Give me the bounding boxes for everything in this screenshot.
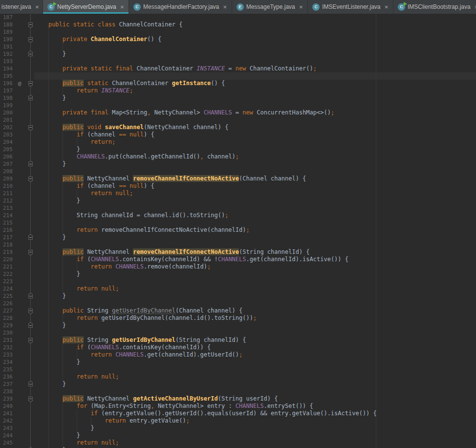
code-line[interactable]: 241 if (entry.getValue().getUserId().equ…: [0, 410, 476, 417]
code-line[interactable]: 210 if (channel == null) {: [0, 182, 476, 190]
code-line[interactable]: 222 }: [0, 270, 476, 278]
code-text[interactable]: public String getUserIdByChannel(String …: [34, 336, 476, 344]
close-tab-icon[interactable]: ✕: [385, 4, 389, 10]
code-line[interactable]: 227 public String getUserIdByChannel(Cha…: [0, 307, 476, 314]
code-text[interactable]: }: [34, 234, 476, 241]
code-line[interactable]: 213: [0, 204, 476, 212]
code-line[interactable]: 240 for (Map.Entry<String, NettyChannel>…: [0, 403, 476, 410]
code-line[interactable]: 223: [0, 278, 476, 285]
code-line[interactable]: 230: [0, 329, 476, 336]
code-text[interactable]: [34, 102, 476, 109]
code-text[interactable]: }: [34, 270, 476, 278]
code-line[interactable]: 231 public String getUserIdByChannel(Str…: [0, 336, 476, 344]
code-line[interactable]: 244 }: [0, 432, 476, 439]
code-text[interactable]: [34, 116, 476, 124]
fold-end-marker[interactable]: [28, 162, 33, 166]
code-line[interactable]: 203 if (channel == null) {: [0, 131, 476, 138]
fold-start-marker[interactable]: [28, 177, 33, 181]
code-text[interactable]: public NettyChannel removeChannelIfConne…: [34, 175, 476, 182]
code-editor[interactable]: 187188 public static class ChannelContai…: [0, 14, 476, 448]
code-line[interactable]: 208: [0, 168, 476, 175]
code-text[interactable]: public NettyChannel getActiveChannelByUs…: [34, 395, 476, 403]
code-line[interactable]: 187: [0, 14, 476, 21]
code-text[interactable]: [34, 241, 476, 248]
code-text[interactable]: public void saveChannel(NettyChannel cha…: [34, 124, 476, 131]
code-line[interactable]: 221 return CHANNELS.remove(channelId);: [0, 263, 476, 270]
close-tab-icon[interactable]: ✕: [120, 4, 124, 10]
code-line[interactable]: 204 return;: [0, 138, 476, 146]
fold-end-marker[interactable]: [28, 382, 33, 386]
code-text[interactable]: public String getUserIdByChannel(Channel…: [34, 307, 476, 314]
code-line[interactable]: 214 String channelId = channel.id().toSt…: [0, 212, 476, 219]
code-text[interactable]: return CHANNELS.remove(channelId);: [34, 263, 476, 270]
code-line[interactable]: 209 public NettyChannel removeChannelIfC…: [0, 175, 476, 182]
code-text[interactable]: return null;: [34, 190, 476, 197]
code-line[interactable]: 200 private final Map<String, NettyChann…: [0, 109, 476, 116]
code-line[interactable]: 234 }: [0, 358, 476, 366]
code-text[interactable]: private final Map<String, NettyChannel> …: [34, 109, 476, 116]
code-text[interactable]: }: [34, 197, 476, 204]
code-text[interactable]: [34, 204, 476, 212]
code-text[interactable]: if (CHANNELS.containsKey(channelId) && !…: [34, 256, 476, 263]
code-line[interactable]: 206 CHANNELS.put(channel.getChannelId(),…: [0, 153, 476, 160]
code-line[interactable]: 217 }: [0, 234, 476, 241]
code-text[interactable]: }: [34, 381, 476, 388]
code-text[interactable]: return;: [34, 138, 476, 146]
fold-end-marker[interactable]: [28, 323, 33, 328]
fold-start-marker[interactable]: [28, 397, 33, 401]
code-text[interactable]: }: [34, 432, 476, 439]
code-line[interactable]: 238: [0, 388, 476, 395]
code-text[interactable]: private ChannelContainer() {: [34, 36, 476, 43]
close-tab-icon[interactable]: ✕: [35, 4, 39, 10]
code-text[interactable]: if (CHANNELS.containsKey(channelId)) {: [34, 344, 476, 351]
code-text[interactable]: [34, 219, 476, 226]
code-line[interactable]: 202 public void saveChannel(NettyChannel…: [0, 124, 476, 131]
tab-messagetype-java[interactable]: EMessageType.java✕: [232, 0, 308, 14]
fold-start-marker[interactable]: [28, 125, 33, 130]
code-text[interactable]: return removeChannelIfConnectNoActive(ch…: [34, 226, 476, 234]
fold-start-marker[interactable]: [28, 22, 33, 27]
code-line[interactable]: 232 if (CHANNELS.containsKey(channelId))…: [0, 344, 476, 351]
code-line[interactable]: 190 private ChannelContainer() {: [0, 36, 476, 43]
code-line[interactable]: 218: [0, 241, 476, 248]
code-line[interactable]: 197 return INSTANCE;: [0, 87, 476, 94]
code-line[interactable]: 220 if (CHANNELS.containsKey(channelId) …: [0, 256, 476, 263]
tab-messagehandlerfactory-java[interactable]: CMessageHandlerFactory.java✕: [129, 0, 232, 14]
fold-start-marker[interactable]: [28, 37, 33, 42]
code-line[interactable]: 237 }: [0, 381, 476, 388]
code-line[interactable]: 192 }: [0, 50, 476, 58]
code-text[interactable]: String channelId = channel.id().toString…: [34, 212, 476, 219]
tab-nettyserverdemo-java[interactable]: CNettyServerDemo.java✕: [43, 0, 129, 14]
code-line[interactable]: 219 public NettyChannel removeChannelIfC…: [0, 248, 476, 256]
code-line[interactable]: 207 }: [0, 160, 476, 168]
code-text[interactable]: [34, 278, 476, 285]
tab-istener-java[interactable]: istener.java✕: [0, 0, 43, 14]
code-text[interactable]: return CHANNELS.get(channelId).getUserId…: [34, 351, 476, 358]
code-line[interactable]: 226: [0, 300, 476, 307]
fold-end-marker[interactable]: [28, 235, 33, 240]
code-line[interactable]: 243 }: [0, 425, 476, 432]
code-line[interactable]: 188 public static class ChannelContainer…: [0, 21, 476, 28]
code-text[interactable]: [34, 14, 476, 21]
code-line[interactable]: 193: [0, 58, 476, 65]
code-text[interactable]: }: [34, 94, 476, 102]
code-text[interactable]: }: [34, 50, 476, 58]
code-text[interactable]: }: [34, 146, 476, 153]
code-line[interactable]: 215: [0, 219, 476, 226]
code-text[interactable]: return INSTANCE;: [34, 87, 476, 94]
code-line[interactable]: 245 return null;: [0, 439, 476, 447]
code-text[interactable]: return getUserIdByChannel(channel.id().t…: [34, 314, 476, 322]
fold-start-marker[interactable]: [28, 309, 33, 313]
code-line[interactable]: 211 return null;: [0, 190, 476, 197]
code-line[interactable]: 196@ public static ChannelContainer getI…: [0, 80, 476, 87]
code-text[interactable]: [34, 388, 476, 395]
code-text[interactable]: [34, 168, 476, 175]
code-line[interactable]: 228 return getUserIdByChannel(channel.id…: [0, 314, 476, 322]
code-line[interactable]: 236 return null;: [0, 373, 476, 381]
code-line[interactable]: 191: [0, 43, 476, 50]
code-text[interactable]: CHANNELS.put(channel.getChannelId(), cha…: [34, 153, 476, 160]
code-text[interactable]: return null;: [34, 373, 476, 381]
tab-imseventlistener-java[interactable]: CIMSEventListener.java✕: [308, 0, 393, 14]
fold-end-marker[interactable]: [28, 294, 33, 298]
fold-end-marker[interactable]: [28, 52, 33, 56]
